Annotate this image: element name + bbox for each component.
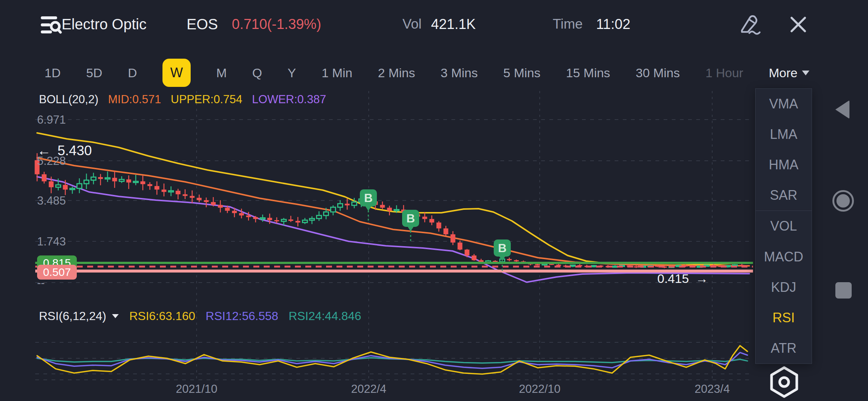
left-marker-value: 5.430 [57,143,92,158]
svg-text:B: B [498,241,506,255]
android-recents-icon[interactable] [835,282,852,299]
buy-marker: B [402,210,419,241]
right-arrow-icon: → [696,271,708,286]
boll-upper: UPPER:0.754 [171,93,242,106]
svg-text:6.971: 6.971 [37,113,66,126]
boll-lower: LOWER:0.387 [252,93,326,106]
low-price-marker-right[interactable]: 0.415→ [657,271,708,286]
boll-name[interactable]: BOLL(20,2) [39,93,98,106]
boll-indicator-row: BOLL(20,2) MID:0.571 UPPER:0.754 LOWER:0… [39,93,326,106]
svg-text:2022/4: 2022/4 [351,382,387,395]
svg-text:2022/10: 2022/10 [519,382,560,395]
offscreen-price-marker-left[interactable]: ←5.430 [37,143,92,159]
grid-lines [35,91,753,380]
indicator-item-sar[interactable]: SAR [756,180,812,211]
hexagon-settings-icon[interactable] [769,365,800,399]
android-home-icon[interactable] [832,190,854,212]
indicator-item-lma[interactable]: LMA [756,119,812,150]
indicator-item-atr[interactable]: ATR [756,333,812,363]
x-axis-labels: 2021/102022/42022/102023/4 [176,382,730,395]
left-arrow-icon: ← [37,143,51,158]
rsi6-value: RSI6:63.160 [129,309,195,323]
svg-text:2023/4: 2023/4 [695,382,730,395]
rsi-name-dropdown[interactable]: RSI(6,12,24) [39,309,119,323]
indicator-item-macd[interactable]: MACD [756,242,812,272]
svg-text:B: B [364,191,372,205]
main-chart[interactable]: BBB6.9715.2283.4851.743--2021/102022/420… [0,0,868,401]
buy-marker: B [360,189,377,221]
rsi12-value: RSI12:56.558 [206,309,278,323]
price-low-badge: 0.507 [37,265,77,280]
svg-text:1.743: 1.743 [37,235,66,248]
indicator-item-rsi-active[interactable]: RSI [756,303,812,333]
right-marker-value: 0.415 [657,271,689,286]
svg-text:2021/10: 2021/10 [176,382,217,395]
bollinger-bands [37,133,749,282]
boll-mid: MID:0.571 [108,93,161,106]
rsi-name: RSI(6,12,24) [39,309,106,323]
chevron-down-icon [112,314,119,318]
android-back-icon[interactable] [835,100,849,119]
candles [35,153,744,268]
indicator-dropdown-panel: VMA LMA HMA SAR VOL MACD KDJ RSI ATR [755,88,812,364]
rsi-indicator-row: RSI(6,12,24) RSI6:63.160 RSI12:56.558 RS… [39,309,361,323]
svg-text:3.485: 3.485 [37,194,66,207]
indicator-item-kdj[interactable]: KDJ [756,272,812,303]
rsi24-value: RSI24:44.846 [289,309,361,323]
indicator-item-vol[interactable]: VOL [756,211,812,241]
svg-text:B: B [406,212,415,225]
indicator-item-vma[interactable]: VMA [756,89,812,119]
rsi-lines [37,346,747,374]
indicator-item-hma[interactable]: HMA [756,150,812,180]
